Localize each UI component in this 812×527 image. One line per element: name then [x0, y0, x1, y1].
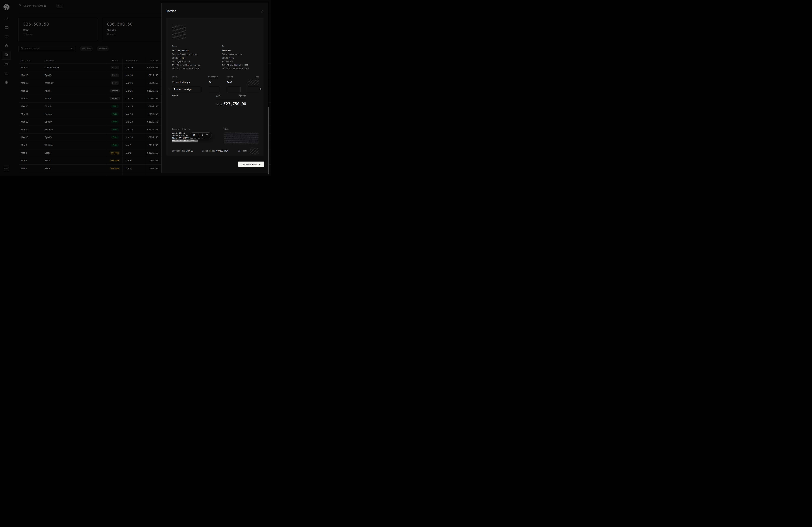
payment-details-label: Payment details [172, 128, 190, 131]
from-lines: Lost island ABPontus@lostisland.com36182… [172, 49, 213, 71]
vat-header: VAT [248, 76, 259, 78]
add-item-button[interactable]: Add + [172, 94, 178, 97]
address-line: 36182-4441 [172, 56, 213, 60]
due-date[interactable]: Due date: [238, 150, 249, 152]
summary-divider [216, 100, 246, 100]
drag-handle-icon[interactable] [169, 88, 170, 90]
item-price-input[interactable] [227, 87, 241, 92]
address-line: John.doe@acme.com [222, 52, 263, 56]
panel-title: Invoice [166, 9, 176, 13]
note-placeholder[interactable] [224, 132, 259, 144]
item-name[interactable]: Product design [172, 81, 190, 84]
invoice-sheet: Invoice From Lost island ABPontus@lostis… [161, 3, 269, 173]
to-label: To [222, 45, 263, 47]
quantity-header: Quantity [208, 76, 218, 78]
issue-date[interactable]: Issue date: 08/12/2024 [202, 150, 228, 152]
vat-summary-label: VAT [216, 95, 220, 97]
total-value: €23,750.00 [223, 102, 246, 106]
due-date-placeholder[interactable] [250, 148, 259, 154]
format-toolbar: B U I [190, 132, 212, 138]
price-header: Price [227, 76, 233, 78]
to-block[interactable]: To Acme incJohn.doe@acme.com36182-4441St… [222, 45, 263, 71]
address-line: Lost island AB [172, 49, 213, 52]
note-label: Note [224, 128, 229, 131]
payment-line-selected: Swift (bic): ESSSSESSS [172, 139, 205, 142]
item-quantity-input[interactable] [208, 87, 220, 92]
scrollbar[interactable] [269, 107, 269, 175]
to-lines: Acme incJohn.doe@acme.com36182-4441Stree… [222, 49, 263, 71]
link-icon[interactable] [205, 134, 208, 137]
create-send-button[interactable]: Create & Send [238, 162, 264, 167]
item-header: Item [172, 76, 177, 78]
address-line: 36182-4441 [222, 56, 263, 60]
item-name-input[interactable]: Product design [172, 87, 201, 92]
address-line: 211 34 Stockholm, Sweden [172, 63, 213, 67]
address-line: 243 21 California, USA [222, 63, 263, 67]
address-line: VAT ID: SE1246767676020 [222, 67, 263, 71]
item-price[interactable]: 1400 [227, 81, 232, 84]
logo-upload-placeholder[interactable] [172, 26, 186, 39]
address-line: Street 56 [222, 60, 263, 63]
item-vat-input[interactable] [248, 87, 259, 92]
app-window: ⚙ Acme Search for or jump to ⌘ K €36,500… [0, 0, 271, 176]
remove-row-button[interactable]: X [260, 88, 261, 90]
address-line: Roslagsgatan 48 [172, 60, 213, 63]
underline-button[interactable]: U [198, 134, 199, 136]
address-line: Pontus@lostisland.com [172, 52, 213, 56]
total-label: Total [216, 103, 222, 106]
invoice-number[interactable]: Invoice NO: INV-01 [172, 150, 193, 152]
from-block[interactable]: From Lost island ABPontus@lostisland.com… [172, 45, 213, 71]
address-line: Acme inc [222, 49, 263, 52]
more-options-icon[interactable] [262, 10, 262, 13]
bold-button[interactable]: B [193, 134, 195, 136]
item-vat-placeholder[interactable] [248, 80, 259, 85]
italic-button[interactable]: I [202, 134, 203, 136]
chevron-down-icon [259, 164, 260, 165]
address-line: VAT ID: SE1246767676020 [172, 67, 213, 71]
invoice-paper: From Lost island ABPontus@lostisland.com… [166, 18, 263, 156]
item-quantity[interactable]: 24 [209, 81, 211, 84]
from-label: From [172, 45, 213, 47]
vat-summary-value: €23750 [238, 95, 246, 97]
